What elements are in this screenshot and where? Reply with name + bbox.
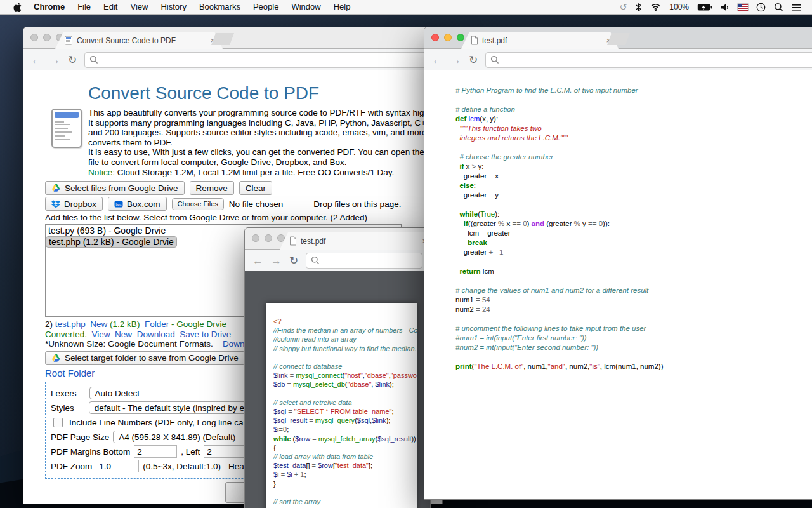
menubar-item-history[interactable]: History: [154, 0, 192, 14]
pdf-zoom-label: PDF Zoom: [51, 462, 92, 471]
volume-icon[interactable]: [721, 3, 730, 11]
spotlight-search-icon[interactable]: [774, 3, 783, 12]
page-title: Convert Source Code to PDF: [88, 83, 319, 104]
python-code: # Python Program to find the L.C.M. of t…: [424, 70, 812, 378]
php-pdf-toolbar: ← → ↻: [245, 250, 430, 272]
tab-converter[interactable]: Convert Source Code to PDF ×: [55, 32, 223, 49]
time-machine-icon[interactable]: ↺: [620, 3, 627, 11]
forward-button[interactable]: →: [49, 55, 60, 65]
close-window-button[interactable]: [252, 234, 259, 242]
select-google-drive-button[interactable]: Select files from Google Drive: [45, 181, 185, 195]
close-window-button[interactable]: [431, 34, 439, 41]
php-pdf-viewer: <?//Finds the median in an array of numb…: [245, 271, 430, 508]
google-drive-icon: [51, 184, 61, 192]
menubar-status-area: ↺ 100%: [620, 3, 812, 12]
menubar-item-window[interactable]: Window: [285, 0, 327, 14]
close-window-button[interactable]: [30, 34, 38, 41]
select-target-folder-button[interactable]: Select target folder to save from Google…: [45, 351, 245, 365]
pdf-zoom-hint: (0.5~3x, Default:1.0): [143, 462, 221, 471]
converter-tabstrip: Convert Source Code to PDF ×: [23, 27, 442, 49]
back-button[interactable]: ←: [31, 55, 42, 65]
styles-label: Styles: [51, 403, 74, 413]
minimize-window-button[interactable]: [43, 34, 51, 41]
box-button[interactable]: box Box.com: [108, 197, 167, 211]
menubar-item-people[interactable]: People: [247, 0, 285, 14]
converter-favicon: [64, 36, 73, 45]
clock-icon[interactable]: [756, 3, 766, 12]
forward-button[interactable]: →: [271, 255, 282, 266]
menubar-item-chrome[interactable]: Chrome: [27, 0, 71, 14]
wifi-icon[interactable]: [650, 3, 661, 11]
tab-php-pdf[interactable]: test.pdf ×: [280, 232, 431, 250]
pdf-file-icon: [470, 36, 478, 45]
menubar-item-view[interactable]: View: [124, 0, 154, 14]
battery-percentage: 100%: [669, 3, 689, 11]
box-icon: box: [114, 200, 123, 208]
back-button[interactable]: ←: [432, 55, 443, 65]
menubar-left: Chrome File Edit View History Bookmarks …: [0, 0, 357, 14]
python-pdf-toolbar: ← → ↻: [424, 49, 812, 71]
app-logo: [51, 109, 82, 148]
reload-button[interactable]: ↻: [289, 255, 298, 266]
macos-menubar: Chrome File Edit View History Bookmarks …: [0, 0, 812, 15]
add-files-note: Add files to the list below. Select from…: [45, 213, 426, 223]
no-file-chosen-text: No file chosen: [229, 199, 284, 209]
tab-title: test.pdf: [301, 237, 325, 246]
pdf-zoom-input[interactable]: [96, 460, 139, 472]
file-list-item-selected[interactable]: test.php (1.2 kB) - Google Drvie: [46, 236, 177, 248]
forward-button[interactable]: →: [450, 55, 461, 65]
svg-text:box: box: [116, 203, 122, 206]
notice-label: Notice:: [88, 168, 115, 177]
window-controls: [30, 34, 63, 41]
tab-title: test.pdf: [482, 36, 507, 45]
margin-left-label: , Left: [181, 447, 200, 457]
clear-button[interactable]: Clear: [239, 181, 272, 195]
notice-text: Cloud Storage 1.2M, Local 1.2M limit per…: [115, 168, 394, 177]
search-icon: [89, 55, 98, 64]
minimize-window-button[interactable]: [444, 34, 452, 41]
margin-bottom-input[interactable]: [134, 445, 177, 458]
battery-charging-icon[interactable]: [697, 3, 712, 11]
app-description: This app beautifully converts your progr…: [88, 108, 443, 177]
window-controls: [431, 34, 464, 41]
reload-button[interactable]: ↻: [68, 55, 77, 65]
tab-python-pdf[interactable]: test.pdf ×: [461, 32, 619, 49]
reload-button[interactable]: ↻: [469, 55, 478, 65]
pdf-page: <?//Finds the median in an array of numb…: [266, 303, 417, 508]
remove-button[interactable]: Remove: [190, 181, 234, 195]
input-language-flag-icon[interactable]: [738, 4, 748, 11]
tab-title: Convert Source Code to PDF: [77, 36, 176, 45]
line-numbers-checkbox[interactable]: [53, 418, 63, 427]
address-bar[interactable]: [84, 52, 435, 68]
zoom-window-button[interactable]: [277, 234, 285, 242]
pdf-file-icon: [289, 236, 297, 246]
converter-toolbar: ← → ↻: [23, 49, 442, 71]
apple-menu-icon[interactable]: [9, 2, 27, 13]
page-size-label: PDF Page Size: [51, 432, 109, 442]
address-bar[interactable]: [485, 52, 812, 68]
back-button[interactable]: ←: [252, 255, 263, 266]
menubar-item-file[interactable]: File: [71, 0, 97, 14]
notification-center-icon[interactable]: [792, 3, 802, 11]
dropbox-button[interactable]: Dropbox: [45, 197, 103, 211]
address-bar[interactable]: [306, 253, 422, 269]
menubar-item-edit[interactable]: Edit: [97, 0, 124, 14]
menubar-item-help[interactable]: Help: [327, 0, 357, 14]
window-pdf-php[interactable]: test.pdf × ← → ↻ <?//Finds the median in…: [244, 227, 431, 508]
menubar-item-bookmarks[interactable]: Bookmarks: [193, 0, 247, 14]
drop-files-hint: Drop files on this page.: [313, 199, 401, 209]
google-drive-icon: [51, 354, 61, 363]
window-controls: [252, 234, 285, 242]
dropbox-icon: [51, 200, 60, 208]
python-pdf-viewer: # Python Program to find the L.C.M. of t…: [424, 70, 812, 499]
choose-files-button[interactable]: Choose Files: [172, 198, 224, 210]
margin-left-input[interactable]: [204, 445, 247, 458]
minimize-window-button[interactable]: [265, 234, 272, 242]
php-code: <?//Finds the median in an array of numb…: [266, 303, 417, 508]
window-pdf-python[interactable]: test.pdf × ← → ↻ # Python Program to fin…: [424, 27, 812, 500]
zoom-window-button[interactable]: [457, 34, 464, 41]
bluetooth-icon[interactable]: [635, 3, 642, 12]
php-pdf-tabstrip: test.pdf ×: [245, 228, 430, 250]
python-pdf-tabstrip: test.pdf ×: [424, 27, 812, 49]
margins-label: PDF Margins Bottom: [51, 447, 130, 457]
